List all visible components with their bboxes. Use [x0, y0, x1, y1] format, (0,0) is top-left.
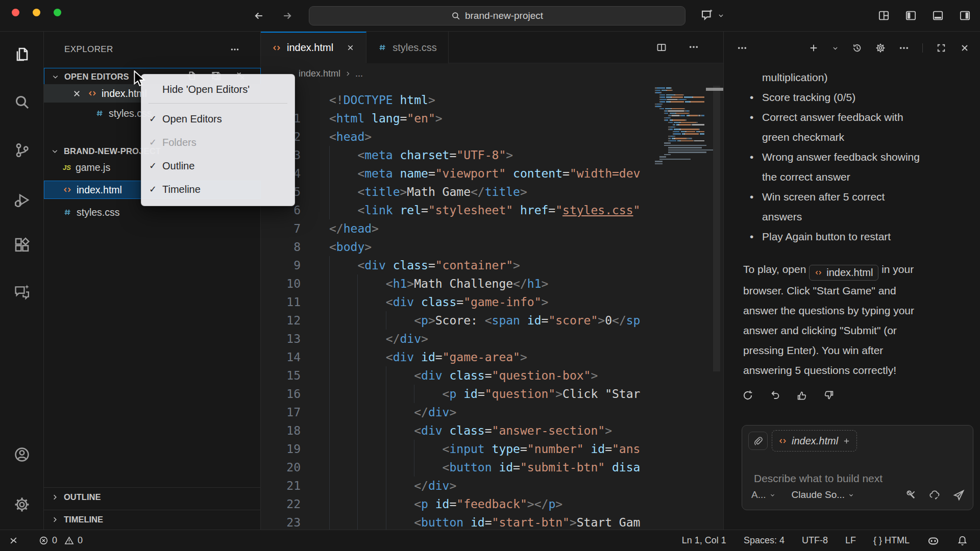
chat-input-placeholder[interactable]: Describe what to build next — [754, 472, 883, 485]
menu-item-label: Timeline — [162, 184, 201, 195]
command-center-search[interactable]: brand-new-project — [309, 6, 685, 26]
check-icon: ✓ — [149, 184, 160, 195]
tools-button[interactable] — [905, 489, 917, 500]
problems-warnings[interactable]: 0 — [64, 535, 83, 546]
code-editor[interactable]: 1 <!DOCTYPE html> 2 <html lang="en"> 3 <… — [261, 84, 712, 530]
activity-files[interactable] — [14, 46, 30, 62]
window-minimize-button[interactable] — [33, 9, 40, 16]
check-icon: ✓ — [149, 113, 160, 124]
model-picker-dropdown[interactable]: Claude So... — [792, 489, 854, 500]
status-utf-8[interactable]: UTF-8 — [802, 535, 828, 546]
chat-bullet-line: Correct answer feedback with — [762, 107, 959, 127]
menu-item-outline[interactable]: ✓ Outline — [141, 154, 295, 178]
code-line-1: 1 <!DOCTYPE html> — [261, 91, 712, 109]
inline-file-chip[interactable]: index.html — [809, 265, 878, 281]
navigate-back-button[interactable] — [253, 10, 264, 21]
panel-left-toggle-button[interactable] — [905, 10, 917, 21]
copilot-status-icon[interactable] — [927, 534, 940, 547]
status-lf[interactable]: LF — [845, 535, 856, 546]
chat-bullet-item: •Play Again button to restart — [762, 227, 959, 246]
editor-group: index.html styles.css index.html ... 1 <… — [261, 32, 723, 530]
editor-more-actions-button[interactable] — [689, 42, 699, 53]
outline-section-header[interactable]: OUTLINE — [44, 487, 261, 507]
activity-bar — [0, 32, 44, 530]
mouse-cursor — [132, 70, 147, 87]
close-icon[interactable] — [346, 43, 355, 52]
navigate-forward-button[interactable] — [282, 10, 293, 21]
editor-scrollbar[interactable] — [713, 86, 720, 371]
chat-more-button[interactable] — [737, 43, 747, 53]
breadcrumb-tail[interactable]: ... — [355, 68, 363, 79]
tab-styles.css[interactable]: styles.css — [366, 32, 449, 63]
chat-expand-button[interactable] — [936, 43, 946, 53]
cloud-send-button[interactable] — [929, 489, 940, 500]
minimap[interactable] — [655, 87, 712, 209]
minimap-slider[interactable] — [706, 88, 724, 91]
menu-item-folders: ✓ Folders — [141, 131, 295, 154]
breadcrumb[interactable]: index.html ... — [299, 63, 363, 84]
activity-extensions[interactable] — [14, 237, 30, 253]
chevron-right-icon — [345, 70, 351, 77]
problems-errors[interactable]: 0 — [39, 535, 57, 546]
plus-icon — [843, 437, 850, 445]
chat-plus-button[interactable] — [808, 43, 819, 53]
menu-item-open-editors[interactable]: ✓ Open Editors — [141, 107, 295, 131]
agent-mode-dropdown[interactable]: A... — [751, 489, 775, 500]
activity-gear[interactable] — [14, 496, 30, 513]
activity-source-control[interactable] — [14, 142, 30, 158]
timeline-section-header[interactable]: TIMELINE — [44, 510, 261, 529]
remote-indicator[interactable] — [9, 536, 18, 545]
thumb-down-button[interactable] — [823, 390, 835, 401]
undo-button[interactable] — [769, 390, 780, 401]
check-icon: ✓ — [149, 160, 160, 171]
explorer-more-actions-button[interactable] — [230, 45, 239, 54]
status--html[interactable]: { } HTML — [873, 535, 910, 546]
sidebar-title: EXPLORER — [64, 44, 113, 55]
chat-paragraph-line: pressing Enter). You win after — [743, 340, 968, 360]
send-button[interactable] — [952, 489, 965, 501]
layout-toggle-button[interactable] — [878, 10, 890, 21]
window-close-button[interactable] — [12, 9, 19, 16]
panel-right-toggle-button[interactable] — [959, 10, 971, 21]
chat-bullet-item: •Correct answer feedback withgreen check… — [762, 107, 959, 147]
chat-paragraph-line: answering 5 questions correctly! — [743, 360, 968, 380]
chat-more-button[interactable] — [899, 43, 909, 53]
context-chip-index-html[interactable]: index.html — [772, 430, 857, 452]
chat-header-actions — [808, 43, 970, 53]
close-icon[interactable] — [72, 89, 82, 98]
status-spaces-4[interactable]: Spaces: 4 — [744, 535, 785, 546]
tab-index.html[interactable]: index.html — [261, 32, 366, 63]
code-line-6: 6 <title>Math Game</title> — [261, 183, 712, 201]
chat-response-paragraph: To play, open index.html in yourbrowser.… — [743, 259, 968, 380]
copilot-menu-button[interactable] — [700, 9, 724, 22]
chat-input-box[interactable]: index.html Describe what to build next A… — [742, 425, 973, 510]
refresh-button[interactable] — [742, 390, 753, 401]
bullet-icon: • — [750, 87, 753, 107]
activity-chat[interactable] — [14, 284, 30, 300]
panel-bottom-toggle-button[interactable] — [932, 10, 944, 21]
menu-item-timeline[interactable]: ✓ Timeline — [141, 178, 295, 201]
bullet-icon: • — [750, 147, 753, 167]
chat-close-button[interactable] — [960, 43, 970, 53]
thumb-up-button[interactable] — [796, 390, 807, 401]
chat-history-button[interactable] — [852, 43, 862, 53]
code-line-17: 17 <p id="question">Click "Star — [261, 385, 712, 403]
menu-item-label: Hide 'Open Editors' — [162, 84, 250, 95]
notifications-bell-icon[interactable] — [957, 535, 968, 546]
chevron-down-icon — [52, 73, 59, 81]
activity-search[interactable] — [14, 94, 30, 110]
code-line-21: 21 <button id="submit-btn" disa — [261, 458, 712, 477]
status-ln-1-col-1[interactable]: Ln 1, Col 1 — [682, 535, 726, 546]
chat-chevron-down-button[interactable] — [832, 45, 839, 52]
chat-gear-button[interactable] — [875, 43, 886, 53]
command-center-label: brand-new-project — [465, 10, 543, 21]
check-icon: ✓ — [149, 137, 160, 148]
attach-context-button[interactable] — [748, 432, 768, 450]
menu-item-hide-open-editors-[interactable]: Hide 'Open Editors' — [141, 79, 295, 100]
split-editor-button[interactable] — [656, 42, 667, 53]
breadcrumb-file[interactable]: index.html — [299, 68, 340, 79]
activity-debug[interactable] — [14, 192, 30, 208]
bullet-icon: • — [750, 107, 753, 127]
window-zoom-button[interactable] — [54, 9, 61, 16]
activity-account[interactable] — [14, 446, 30, 463]
